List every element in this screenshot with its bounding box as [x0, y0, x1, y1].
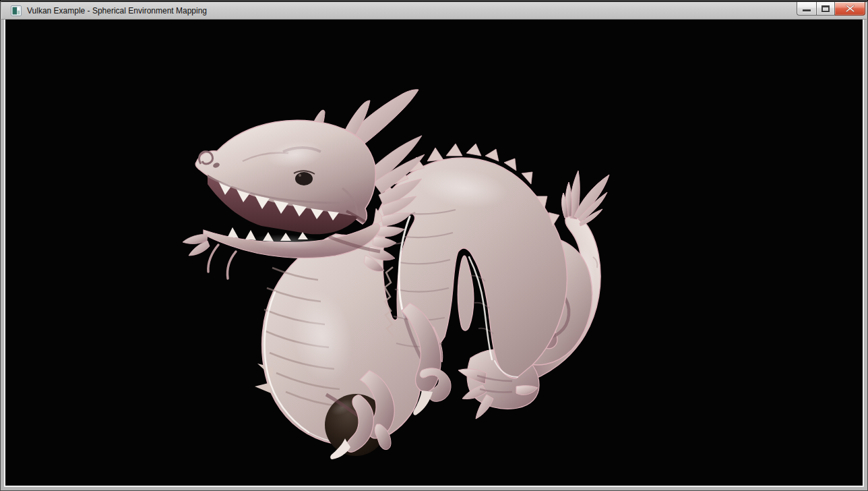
- caption-buttons: [797, 2, 865, 16]
- minimize-button[interactable]: [797, 2, 816, 16]
- dragon-head: [183, 90, 425, 279]
- title-bar[interactable]: Vulkan Example - Spherical Environment M…: [1, 1, 867, 20]
- viewport-3d[interactable]: [4, 20, 864, 487]
- close-button[interactable]: [835, 2, 865, 16]
- minimize-icon: [803, 9, 811, 11]
- maximize-button[interactable]: [816, 2, 835, 16]
- close-icon: [846, 5, 855, 12]
- window-title: Vulkan Example - Spherical Environment M…: [27, 1, 207, 20]
- application-window: Vulkan Example - Spherical Environment M…: [0, 0, 868, 491]
- application-window-icon: [11, 5, 22, 16]
- dragon-render: [5, 20, 864, 486]
- maximize-icon: [822, 5, 830, 12]
